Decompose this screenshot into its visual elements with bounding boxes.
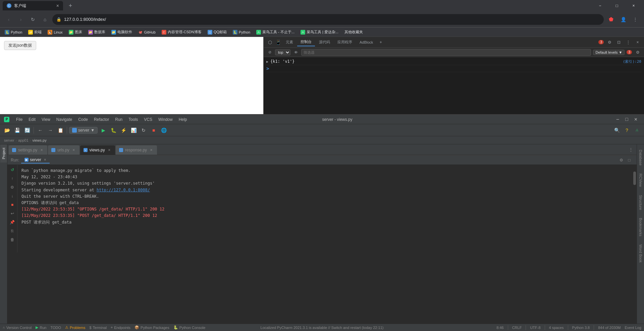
bookmark-csdn[interactable]: C 内容管理-CSDN博客 xyxy=(160,29,204,35)
bookmark-database[interactable]: 📁 数据库 xyxy=(86,29,107,35)
statusbar-notification[interactable]: Localized PyCharm 2021.3.1 is available … xyxy=(261,326,384,330)
breadcrumb-app01[interactable]: app01 xyxy=(18,138,29,142)
console-filter-input[interactable] xyxy=(301,49,591,56)
ide-close-button[interactable]: × xyxy=(632,116,640,123)
tab-close-views[interactable]: × xyxy=(107,148,112,152)
send-json-button[interactable]: 发送json数据 xyxy=(4,41,36,50)
toolbar-recent-files-button[interactable]: 📋 xyxy=(56,126,65,135)
bookmark-runoob[interactable]: A 菜鸟工具 - 不止于... xyxy=(254,29,297,35)
run-scroll-down-button[interactable]: ↓ xyxy=(9,192,16,200)
statusbar-version-control[interactable]: ⑃ Version Control xyxy=(3,326,32,330)
refresh-button[interactable]: ↻ xyxy=(28,15,38,24)
statusbar-indent[interactable]: 4 spaces xyxy=(549,326,564,330)
toolbar-profile-button[interactable]: 📊 xyxy=(129,126,138,135)
home-button[interactable]: ⌂ xyxy=(40,15,50,24)
ide-menu-window[interactable]: Window xyxy=(156,116,175,123)
devtools-dock-button[interactable]: ⊡ xyxy=(615,39,623,46)
run-configuration-selector[interactable]: server ▼ xyxy=(69,127,98,134)
extensions-button[interactable]: ⬟ xyxy=(606,15,616,24)
devtools-device-button[interactable]: 📱 xyxy=(274,39,282,46)
search-button[interactable]: 🔍 xyxy=(612,126,621,135)
breadcrumb-viewspy[interactable]: views.py xyxy=(33,138,47,142)
run-pin-button[interactable]: 📌 xyxy=(9,219,16,226)
editor-tab-views[interactable]: V views.py × xyxy=(80,145,115,155)
devtools-add-tab-button[interactable]: + xyxy=(377,39,384,46)
statusbar-memory[interactable]: 844 of 2030M xyxy=(598,326,621,330)
right-panel-structure[interactable]: Structure xyxy=(637,192,644,213)
toolbar-forward-button[interactable]: → xyxy=(46,126,55,135)
statusbar-problems[interactable]: ⚠ Problems xyxy=(65,325,85,330)
toolbar-back-button[interactable]: ← xyxy=(36,126,45,135)
devtools-settings-button[interactable]: ⚙ xyxy=(606,39,613,46)
console-context-select[interactable]: top xyxy=(275,49,290,55)
right-panel-rcview[interactable]: RCView xyxy=(637,171,644,190)
run-button[interactable]: ▶ xyxy=(99,126,108,135)
bookmark-image-host[interactable]: 📁 图床 xyxy=(67,29,84,35)
help-button[interactable]: ? xyxy=(623,126,631,135)
statusbar-run[interactable]: ▶ Run xyxy=(36,325,46,330)
ide-menu-navigate[interactable]: Navigate xyxy=(54,116,75,123)
browser-minimize-button[interactable]: − xyxy=(592,0,608,11)
tab-close-response[interactable]: × xyxy=(149,148,154,152)
right-panel-bookmarks[interactable]: Bookmarks xyxy=(637,215,644,239)
ide-menu-refactor[interactable]: Refactor xyxy=(91,116,112,123)
run-clear-button[interactable]: 🗑 xyxy=(9,236,16,243)
bookmark-frontend[interactable]: 📁 前端 xyxy=(26,29,44,35)
statusbar-terminal[interactable]: $ Terminal xyxy=(89,326,107,330)
git-button[interactable]: ⑃ xyxy=(633,126,641,135)
console-levels-button[interactable]: Default levels ▼ xyxy=(593,50,625,55)
editor-tab-settings[interactable]: S settings.py × xyxy=(9,145,47,155)
stop-button[interactable]: ■ xyxy=(149,126,158,135)
devtools-tab-adblock[interactable]: AdBlock xyxy=(356,39,376,46)
devtools-tab-elements[interactable]: 元素 xyxy=(282,38,297,46)
run-tab-server[interactable]: ▶ server × xyxy=(21,157,49,163)
ide-menu-file[interactable]: File xyxy=(13,116,25,123)
devtools-tab-sources[interactable]: 源代码 xyxy=(316,38,333,46)
settings-menu-button[interactable]: ⋮ xyxy=(631,15,640,24)
browser-tab-active[interactable]: C 客户端 × xyxy=(3,1,63,10)
ide-menu-code[interactable]: Code xyxy=(75,116,91,123)
bookmark-python2[interactable]: 🐍 Python xyxy=(231,29,252,35)
bookmark-linux[interactable]: 🐧 Linux xyxy=(46,29,64,35)
tab-close-settings[interactable]: × xyxy=(39,148,44,152)
bookmark-github[interactable]: 🐙 GitHub xyxy=(136,29,158,35)
right-panel-database[interactable]: Database xyxy=(637,147,644,168)
console-clear-button[interactable]: ⊘ xyxy=(266,49,273,56)
run-server-link[interactable]: http://127.0.0.1:8008/ xyxy=(97,188,150,192)
debug-button[interactable]: 🐛 xyxy=(109,126,118,135)
ide-maximize-button[interactable]: □ xyxy=(623,116,631,123)
statusbar-python-packages[interactable]: 📦 Python Packages xyxy=(135,325,169,330)
run-copy-button[interactable]: ⎘ xyxy=(9,227,16,235)
right-panel-wordbook[interactable]: Word Book xyxy=(637,242,644,265)
run-scroll-up-button[interactable]: ↑ xyxy=(9,175,16,182)
run-scrollbar-thumb[interactable] xyxy=(633,172,636,185)
address-bar[interactable]: 🔒 127.0.0.1:8000/index/ xyxy=(52,14,604,25)
toolbar-sync-button[interactable]: 🔄 xyxy=(23,126,32,135)
forward-button[interactable]: › xyxy=(16,15,25,24)
bookmark-software[interactable]: 📁 电脑软件 xyxy=(109,29,134,35)
editor-tab-urls[interactable]: U urls.py × xyxy=(48,145,79,155)
bookmark-python[interactable]: 🐍 Python xyxy=(3,29,24,35)
statusbar-charset[interactable]: UTF-8 xyxy=(530,326,540,330)
run-scrollbar[interactable] xyxy=(633,165,637,252)
ide-menu-run[interactable]: Run xyxy=(112,116,125,123)
console-eye-button[interactable]: 👁 xyxy=(292,49,299,56)
editor-tabs-more-button[interactable]: ⋮ xyxy=(627,147,635,152)
run-settings-button[interactable]: ⚙ xyxy=(618,157,625,163)
devtools-more-button[interactable]: ⋮ xyxy=(625,39,632,46)
editor-tab-response[interactable]: R response.py × xyxy=(116,145,157,155)
toolbar-open-folder-button[interactable]: 📂 xyxy=(3,126,11,135)
project-panel-tab[interactable]: Project xyxy=(0,144,7,162)
toolbar-reload-button[interactable]: ↻ xyxy=(139,126,148,135)
run-settings2-button[interactable]: ⚙ xyxy=(9,184,16,191)
console-expand-icon[interactable]: ▶ xyxy=(266,60,268,63)
toolbar-translate-button[interactable]: 🌐 xyxy=(159,126,168,135)
toolbar-coverage-button[interactable]: ⚡ xyxy=(119,126,128,135)
run-restart-button[interactable]: ↺ xyxy=(9,166,16,174)
run-stop-button[interactable]: ■ xyxy=(9,201,16,208)
run-wrap-button[interactable]: ↩ xyxy=(9,210,16,217)
profile-button[interactable]: 👤 xyxy=(619,15,628,24)
browser-tab-close[interactable]: × xyxy=(56,3,59,8)
breadcrumb-server[interactable]: server xyxy=(4,138,14,142)
ide-minimize-button[interactable]: − xyxy=(613,116,622,123)
